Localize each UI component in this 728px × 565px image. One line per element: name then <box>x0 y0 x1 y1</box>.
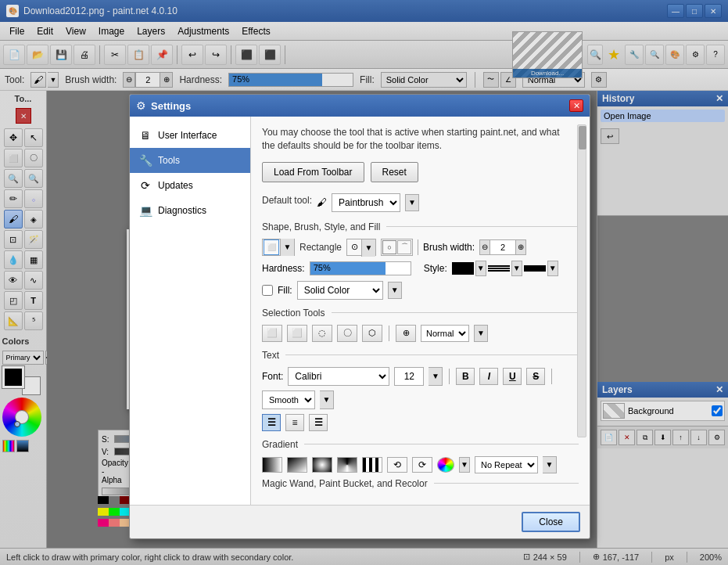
radial-gradient-btn[interactable] <box>312 457 332 473</box>
gradient-section-label: Gradient <box>262 439 298 450</box>
sel-mode-select[interactable]: Normal <box>421 325 469 342</box>
bw-plus[interactable]: ⊕ <box>515 239 526 255</box>
style-dropdown-2[interactable]: ▼ <box>511 261 522 276</box>
selection-section-label: Selection Tools <box>262 308 325 318</box>
shape-preview: ⬜ <box>264 239 279 255</box>
default-tool-arrow[interactable]: ▼ <box>405 194 419 211</box>
text-smooth-select[interactable]: Smooth <box>262 390 315 409</box>
dialog-title-left: ⚙ Settings <box>136 99 191 112</box>
sel-magic-btn[interactable]: ⬡ <box>362 325 382 342</box>
default-tool-row: Default tool: 🖌 Paintbrush ▼ <box>262 193 579 212</box>
gradient-flip-btn[interactable]: ⟲ <box>387 457 407 473</box>
default-tool-label: Default tool: <box>262 195 312 206</box>
brush-width-dialog-input[interactable] <box>490 239 515 255</box>
hardness-row: Hardness: 75% Style: ▼ <box>262 261 579 276</box>
style-dialog-label: Style: <box>424 263 447 274</box>
conical-gradient-btn[interactable] <box>337 457 357 473</box>
bold-button[interactable]: B <box>456 368 475 385</box>
brush-selector: ⊙ ▼ <box>346 239 376 256</box>
dialog-overlay: ⚙ Settings ✕ 🖥 User Interface 🔧 Tools ⟳ … <box>0 0 728 565</box>
style-dropdown-1[interactable]: ▼ <box>475 261 486 276</box>
selection-tools-row: ⬜ ⬜ ◌ 〇 ⬡ ⊕ Normal ▼ <box>262 325 579 342</box>
gradient-row: ⟲ ⟳ ▼ No Repeat ▼ <box>262 456 579 473</box>
sidebar-item-updates[interactable]: ⟳ Updates <box>130 173 250 198</box>
sel-separator <box>389 326 389 341</box>
flat-brush-btn[interactable]: ⌒ <box>397 240 411 254</box>
style-dash-btn[interactable] <box>488 265 510 272</box>
italic-button[interactable]: I <box>479 368 498 385</box>
linear-gradient-btn[interactable] <box>262 457 282 473</box>
sel-freehand-btn[interactable]: 〇 <box>337 325 357 342</box>
dialog-body: 🖥 User Interface 🔧 Tools ⟳ Updates 💻 Dia… <box>130 117 590 505</box>
text-align-row: ☰ ≡ ☰ <box>262 414 579 431</box>
align-left-button[interactable]: ☰ <box>262 414 281 431</box>
gradient-repeat-select[interactable]: No Repeat <box>475 456 538 473</box>
dialog-actions-row: Load From Toolbar Reset <box>262 162 579 182</box>
sel-add-btn[interactable]: ⊕ <box>396 325 416 342</box>
font-size-arrow[interactable]: ▼ <box>429 367 443 386</box>
brush-shape-icons: ○ ⌒ <box>381 239 413 256</box>
brush-width-control: ⊖ ⊕ <box>479 239 526 255</box>
sidebar-item-ui[interactable]: 🖥 User Interface <box>130 123 250 148</box>
brush-dropdown-arrow[interactable]: ▼ <box>361 239 375 257</box>
align-right-button[interactable]: ☰ <box>309 414 328 431</box>
load-from-toolbar-button[interactable]: Load From Toolbar <box>262 162 364 182</box>
diamond-gradient-btn[interactable] <box>362 457 382 473</box>
gradient-color-arrow[interactable]: ▼ <box>459 457 470 473</box>
reset-button[interactable]: Reset <box>371 162 418 182</box>
sel-rect-btn[interactable]: ⬜ <box>262 325 282 342</box>
sel-ellipse-btn[interactable]: ◌ <box>312 325 332 342</box>
fill-dropdown-arrow[interactable]: ▼ <box>388 282 402 299</box>
dialog-close-button[interactable]: ✕ <box>569 99 583 112</box>
shape-section-header: Shape, Brush, Style, and Fill <box>262 221 579 232</box>
underline-button[interactable]: U <box>503 368 522 385</box>
style-thick-btn[interactable] <box>524 265 546 272</box>
settings-dialog: ⚙ Settings ✕ 🖥 User Interface 🔧 Tools ⟳ … <box>129 94 590 539</box>
font-size-input[interactable] <box>394 367 424 386</box>
shape-section-label: Shape, Brush, Style, and Fill <box>262 221 380 232</box>
fill-dialog-select[interactable]: Solid Color Linear Gradient Radial Gradi… <box>297 281 383 300</box>
sel-mode-arrow[interactable]: ▼ <box>474 325 488 342</box>
sidebar-label-updates: Updates <box>158 180 193 191</box>
style-solid-btn[interactable] <box>452 262 474 275</box>
bw-minus[interactable]: ⊖ <box>479 239 490 255</box>
hardness-dialog-bar[interactable]: 75% <box>310 261 411 275</box>
brush-preview: ⊙ <box>347 239 361 255</box>
close-dialog-button[interactable]: Close <box>522 512 580 532</box>
selection-section-header: Selection Tools <box>262 308 579 318</box>
gradient-section-line <box>304 444 579 444</box>
fill-checkbox[interactable] <box>262 285 273 296</box>
style-dropdown-3[interactable]: ▼ <box>547 261 558 276</box>
fill-row: Fill: Solid Color Linear Gradient Radial… <box>262 281 579 300</box>
shape-dropdown-arrow[interactable]: ▼ <box>280 239 294 256</box>
align-center-button[interactable]: ≡ <box>285 414 304 431</box>
font-label: Font: <box>262 371 283 382</box>
linear-gradient-diag-btn[interactable] <box>287 457 307 473</box>
fill-dialog-label: Fill: <box>278 285 292 296</box>
text-section-header: Text <box>262 350 579 361</box>
gradient-section-header: Gradient <box>262 439 579 450</box>
gradient-color-btn[interactable] <box>437 457 454 473</box>
round-brush-btn[interactable]: ○ <box>382 240 396 254</box>
strikethrough-button[interactable]: S <box>526 368 545 385</box>
font-sep <box>449 369 450 384</box>
hardness-dialog-value: 75% <box>314 263 331 272</box>
sidebar-label-tools: Tools <box>158 155 180 166</box>
text-section-line <box>285 354 579 355</box>
brush-width-dialog-label: Brush width: <box>423 242 475 253</box>
text-sep2 <box>551 369 552 384</box>
scroll-thumb[interactable] <box>579 126 586 149</box>
settings-icon: ⚙ <box>136 99 146 112</box>
dialog-footer: Close <box>130 505 590 538</box>
sidebar-label-diagnostics: Diagnostics <box>158 205 206 216</box>
brush-sep <box>418 239 418 255</box>
sel-rect-btn2[interactable]: ⬜ <box>287 325 307 342</box>
text-smooth-arrow[interactable]: ▼ <box>320 390 334 409</box>
scrollbar[interactable] <box>577 124 586 437</box>
gradient-repeat-arrow[interactable]: ▼ <box>543 456 557 473</box>
font-select[interactable]: Calibri <box>288 367 389 386</box>
sidebar-item-tools[interactable]: 🔧 Tools <box>130 148 250 173</box>
sidebar-item-diagnostics[interactable]: 💻 Diagnostics <box>130 198 250 223</box>
gradient-swap-btn[interactable]: ⟳ <box>412 457 432 473</box>
default-tool-select[interactable]: Paintbrush <box>332 193 400 212</box>
